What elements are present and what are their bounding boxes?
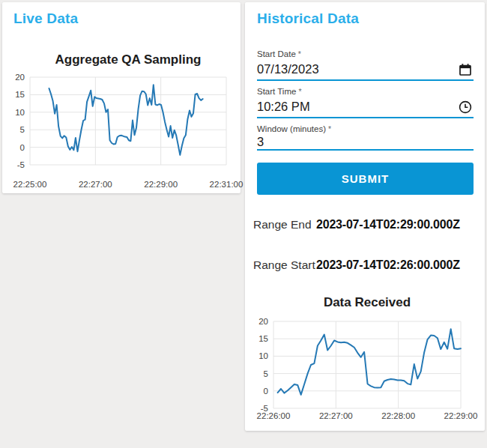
svg-text:20: 20: [258, 317, 268, 326]
range-start-value: 2023-07-14T02:26:00.000Z: [316, 258, 460, 272]
svg-text:-5: -5: [17, 160, 25, 169]
historical-data-panel: Historical Data Start Date* Start Time*: [245, 2, 485, 431]
data-received-chart: Data Received22:26:0022:27:0022:28:0022:…: [255, 288, 481, 427]
x-axis-tick-labels: 22:25:0022:27:0022:29:0022:31:00: [13, 180, 244, 189]
svg-text:15: 15: [258, 334, 268, 343]
y-axis-tick-labels: 20151050-5: [15, 73, 25, 169]
range-end-label: Range End: [253, 218, 316, 231]
svg-text:10: 10: [258, 351, 268, 360]
svg-text:0: 0: [20, 143, 25, 152]
live-data-heading: Live Data: [13, 10, 78, 27]
aggregate-qa-sampling-chart: Aggregate QA Sampling22:25:0022:27:0022:…: [3, 43, 240, 190]
chart-gridlines: [273, 321, 461, 408]
svg-text:22:29:00: 22:29:00: [444, 411, 478, 420]
start-date-input[interactable]: [257, 62, 457, 76]
x-axis-tick-labels: 22:26:0022:27:0022:28:0022:29:00: [257, 411, 478, 420]
line-series: [49, 85, 203, 155]
svg-text:-5: -5: [261, 404, 268, 413]
start-time-label-text: Start Time: [257, 87, 296, 96]
svg-text:10: 10: [15, 108, 25, 117]
clock-icon: [458, 100, 473, 115]
time-picker-button[interactable]: [457, 99, 474, 115]
window-minutes-label-text: Window (minutes): [257, 124, 326, 133]
svg-text:20: 20: [15, 73, 25, 82]
window-minutes-input[interactable]: [257, 135, 474, 149]
svg-text:0: 0: [264, 387, 268, 396]
start-time-label: Start Time*: [257, 86, 474, 97]
range-start-row: Range Start 2023-07-14T02:26:00.000Z: [253, 258, 474, 272]
start-time-input[interactable]: [257, 100, 457, 114]
window-minutes-field: Window (minutes)*: [257, 124, 474, 151]
svg-text:5: 5: [264, 369, 268, 378]
historical-query-form: Start Date* Start Time*: [257, 49, 474, 272]
submit-button[interactable]: SUBMIT: [257, 163, 474, 195]
chart-title: Data Received: [324, 295, 411, 309]
historical-data-heading: Historical Data: [257, 10, 359, 27]
required-marker: *: [298, 87, 301, 96]
calendar-icon: [458, 62, 473, 77]
svg-text:22:28:00: 22:28:00: [381, 411, 415, 420]
range-end-row: Range End 2023-07-14T02:29:00.000Z: [253, 218, 474, 231]
start-time-field: Start Time*: [257, 86, 474, 118]
range-start-label: Range Start: [253, 258, 316, 272]
date-picker-button[interactable]: [457, 61, 474, 78]
svg-text:22:27:00: 22:27:00: [319, 411, 353, 420]
svg-text:22:25:00: 22:25:00: [13, 180, 47, 189]
start-date-label: Start Date*: [257, 49, 474, 59]
required-marker: *: [298, 49, 301, 58]
svg-text:15: 15: [15, 90, 25, 99]
svg-text:5: 5: [20, 125, 25, 134]
svg-text:22:31:00: 22:31:00: [210, 180, 244, 189]
chart-gridlines: [30, 77, 226, 165]
required-marker: *: [328, 124, 331, 133]
chart-title: Aggregate QA Sampling: [55, 52, 202, 67]
range-end-value: 2023-07-14T02:29:00.000Z: [316, 218, 460, 231]
start-date-field: Start Date*: [257, 49, 474, 81]
start-date-label-text: Start Date: [257, 49, 296, 58]
svg-text:22:27:00: 22:27:00: [79, 180, 112, 189]
y-axis-tick-labels: 20151050-5: [258, 317, 268, 413]
svg-text:22:29:00: 22:29:00: [144, 180, 178, 189]
live-data-panel: Live Data Aggregate QA Sampling22:25:002…: [2, 2, 241, 193]
window-minutes-label: Window (minutes)*: [257, 124, 474, 134]
